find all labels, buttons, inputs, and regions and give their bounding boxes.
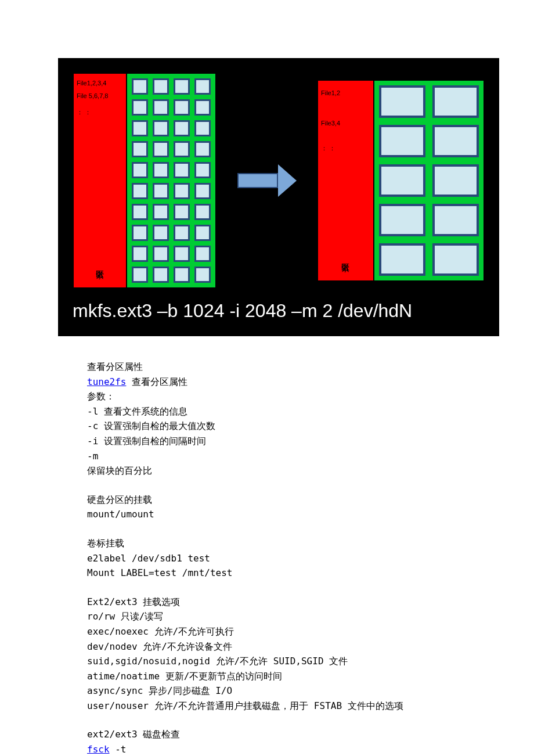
data-cell [174,162,190,178]
data-cell [194,78,211,95]
right-block: File1,2 File3,4 ：： 索引区 [317,80,485,282]
param-line: -l 查看文件系统的信息 [87,404,447,419]
data-cell [194,204,211,220]
data-cell [194,246,211,262]
data-cell [174,204,190,220]
param-line: -m [87,449,447,464]
section-title: 卷标挂载 [87,536,447,551]
data-cell [132,183,148,199]
right-index-area: File1,2 File3,4 ：： 索引区 [318,81,373,280]
data-cell [379,164,425,197]
data-cell [132,162,148,178]
data-cell [153,246,169,262]
data-cell [174,78,190,95]
cmd-line: e2label /dev/sdb1 test [87,551,447,566]
left-data-area [126,74,215,287]
data-cell [194,162,211,178]
left-index-area: File1,2,3,4 File 5,6,7,8 ：： 索引区 [74,74,126,287]
params-label: 参数： [87,389,447,404]
data-cell [132,225,148,241]
data-cell [194,183,211,199]
dots: ：： [321,144,370,153]
file-label: File1,2,3,4 [77,80,123,87]
option-line: exec/noexec 允许/不允许可执行 [87,624,447,639]
option-line: user/nouser 允许/不允许普通用户挂载磁盘，用于 FSTAB 文件中的… [87,699,447,714]
option-line: atime/noatime 更新/不更新节点的访问时间 [87,669,447,684]
data-cell [174,99,190,116]
document-content: 查看分区属性 tune2fs 查看分区属性 参数： -l 查看文件系统的信息-c… [0,359,534,756]
filesystem-diagram: File1,2,3,4 File 5,6,7,8 ：： 索引区 File1,2 … [58,58,499,336]
data-cell [153,78,169,95]
data-cell [132,78,148,95]
section-title: Ext2/ext3 挂载选项 [87,595,447,610]
tune2fs-link[interactable]: tune2fs [87,376,126,387]
data-cell [174,120,190,136]
data-cell [194,99,211,116]
data-cell [194,141,211,157]
right-data-area [373,81,484,280]
data-cell [174,246,190,262]
cmd-line: Mount LABEL=test /mnt/test [87,566,447,581]
data-cell [153,141,169,157]
data-cell [153,267,169,283]
file-label: File 5,6,7,8 [77,92,123,99]
command-text: mkfs.ext3 –b 1024 -i 2048 –m 2 /dev/hdN [73,300,485,322]
param-line: -c 设置强制自检的最大值次数 [87,419,447,434]
data-cell [132,246,148,262]
file-label: File3,4 [321,120,370,127]
data-cell [194,267,211,283]
data-cell [174,267,190,283]
data-cell [194,225,211,241]
option-line: async/sync 异步/同步磁盘 I/O [87,683,447,699]
file-label: File1,2 [321,89,370,96]
data-cell [174,225,190,241]
param-line: 保留块的百分比 [87,463,447,478]
data-cell [432,204,479,236]
data-cell [194,120,211,136]
data-cell [153,204,169,220]
fsck-link[interactable]: fsck [87,744,110,755]
data-cell [432,85,479,118]
data-cell [132,99,148,116]
option-line: suid,sgid/nosuid,nogid 允许/不允许 SUID,SGID … [87,654,447,669]
data-cell [132,267,148,283]
data-cell [379,85,425,118]
section-title: 查看分区属性 [87,359,447,375]
data-cell [174,183,190,199]
dots: ：： [77,108,123,117]
section-title: 硬盘分区的挂载 [87,492,447,507]
data-cell [379,125,425,157]
data-cell [153,99,169,116]
data-cell [132,120,148,136]
data-cell [432,125,479,157]
data-cell [174,141,190,157]
data-cell [132,204,148,220]
data-cell [432,243,479,276]
arrow-icon [237,164,297,197]
data-cell [153,225,169,241]
option-line: ro/rw 只读/读写 [87,609,447,624]
data-cell [379,243,425,276]
data-cell [153,183,169,199]
fsck-line: fsck -t [87,742,447,756]
data-cell [153,162,169,178]
option-line: dev/nodev 允许/不允许设备文件 [87,639,447,654]
left-block: File1,2,3,4 File 5,6,7,8 ：： 索引区 [73,73,217,289]
data-cell [379,204,425,236]
mount-cmd: mount/umount [87,507,447,522]
data-cell [432,164,479,197]
section-title: ext2/ext3 磁盘检查 [87,727,447,742]
tune2fs-line: tune2fs 查看分区属性 [87,375,447,390]
data-cell [153,120,169,136]
data-cell [132,141,148,157]
param-line: -i 设置强制自检的间隔时间 [87,434,447,449]
